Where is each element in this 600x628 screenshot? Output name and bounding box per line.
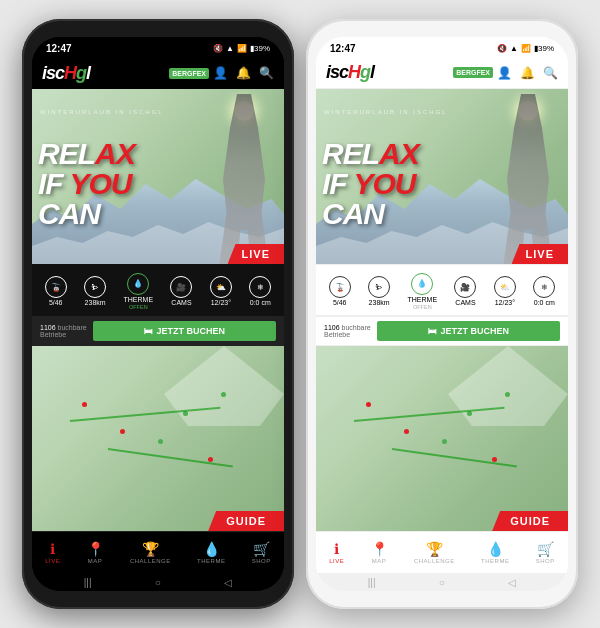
phone-dark: 12:47 🔇 ▲ 📶 ▮39% iscHgl BERGFEX 👤 🔔 🔍 xyxy=(22,19,294,609)
nav-live[interactable]: ℹ LIVE xyxy=(45,541,60,564)
shop-nav-label-2: SHOP xyxy=(536,558,555,564)
ski-icon: ⛷ xyxy=(84,276,106,298)
recents-gesture: ◁ xyxy=(224,577,232,588)
map-marker-2 xyxy=(366,402,371,407)
phone-screen-light: 12:47 🔇 ▲ 📶 ▮39% iscHgl BERGFEX 👤 🔔 🔍 xyxy=(316,37,568,591)
hero-subtitle-2: WINTERURLAUB IN ISCHGL xyxy=(324,109,448,115)
shop-nav-label: SHOP xyxy=(252,558,271,564)
hero-headline: RELAX IF YOU CAN xyxy=(38,139,135,229)
recents-gesture-2: ◁ xyxy=(508,577,516,588)
stat-weather: ⛅ 12/23° xyxy=(210,276,232,306)
lifts-value-2: 5/46 xyxy=(333,299,347,306)
booking-bar: 1106 buchbareBetriebe 🛏 JETZT BUCHEN xyxy=(32,316,284,346)
live-badge-2[interactable]: LIVE xyxy=(512,244,568,264)
snow-value-2: 0:0 cm xyxy=(534,299,555,306)
live-badge[interactable]: LIVE xyxy=(228,244,284,264)
header-icons-2: 👤 🔔 🔍 xyxy=(497,66,558,80)
bergfex-badge-2: BERGFEX xyxy=(453,67,493,78)
notification-icon-2[interactable]: 🔔 xyxy=(520,66,535,80)
battery-icon: ▮39% xyxy=(250,44,270,53)
nav-map-2[interactable]: 📍 MAP xyxy=(371,541,388,564)
hero-headline-2: RELAX IF YOU CAN xyxy=(322,139,419,229)
profile-icon-2[interactable]: 👤 xyxy=(497,66,512,80)
back-gesture-2: ||| xyxy=(368,577,376,588)
nav-challenge-2[interactable]: 🏆 CHALLENGE xyxy=(414,541,455,564)
cams-value: CAMS xyxy=(171,299,191,306)
stats-row: 🚡 5/46 ⛷ 238km 💧 THERME OFFEN 🎥 CAMS ⛅ 1… xyxy=(32,264,284,316)
nav-challenge[interactable]: 🏆 CHALLENGE xyxy=(130,541,171,564)
map-marker-green xyxy=(158,439,163,444)
ski-icon-2: ⛷ xyxy=(368,276,390,298)
gesture-bar: ||| ○ ◁ xyxy=(32,573,284,591)
stat-snow-2: ❄ 0:0 cm xyxy=(533,276,555,306)
nav-shop[interactable]: 🛒 SHOP xyxy=(252,541,271,564)
weather-value-2: 12/23° xyxy=(495,299,515,306)
therme-label-2: OFFEN xyxy=(413,304,432,310)
profile-icon[interactable]: 👤 xyxy=(213,66,228,80)
therme-icon-2: 💧 xyxy=(411,273,433,295)
status-icons: 🔇 ▲ 📶 ▮39% xyxy=(213,44,270,53)
booking-count: 1106 buchbareBetriebe xyxy=(40,324,87,338)
nav-therme-2[interactable]: 💧 THERME xyxy=(481,541,509,564)
nav-map[interactable]: 📍 MAP xyxy=(87,541,104,564)
snow-value: 0:0 cm xyxy=(250,299,271,306)
therme-value: THERME xyxy=(124,296,154,303)
bottom-nav-2: ℹ LIVE 📍 MAP 🏆 CHALLENGE 💧 THERME 🛒 SHOP xyxy=(316,531,568,573)
nav-live-2[interactable]: ℹ LIVE xyxy=(329,541,344,564)
stat-cams-2: 🎥 CAMS xyxy=(454,276,476,306)
map-nav-icon-2: 📍 xyxy=(371,541,388,557)
lifts-value: 5/46 xyxy=(49,299,63,306)
live-nav-label-2: LIVE xyxy=(329,558,344,564)
nav-therme[interactable]: 💧 THERME xyxy=(197,541,225,564)
mute-icon: 🔇 xyxy=(213,44,223,53)
lifts-icon-2: 🚡 xyxy=(329,276,351,298)
search-icon-2[interactable]: 🔍 xyxy=(543,66,558,80)
stat-snow: ❄ 0:0 cm xyxy=(249,276,271,306)
battery-icon-2: ▮39% xyxy=(534,44,554,53)
status-time: 12:47 xyxy=(46,43,72,54)
km-value: 238km xyxy=(85,299,106,306)
booking-count-2: 1106 buchbareBetriebe xyxy=(324,324,371,338)
status-bar-2: 12:47 🔇 ▲ 📶 ▮39% xyxy=(316,37,568,57)
stat-lifts-2: 🚡 5/46 xyxy=(329,276,351,306)
shop-nav-icon: 🛒 xyxy=(253,541,270,557)
stat-therme: 💧 THERME OFFEN xyxy=(124,273,154,310)
home-gesture-2: ○ xyxy=(439,577,445,588)
challenge-nav-label-2: CHALLENGE xyxy=(414,558,455,564)
booking-button-2[interactable]: 🛏 JETZT BUCHEN xyxy=(377,321,560,341)
phone-light: 12:47 🔇 ▲ 📶 ▮39% iscHgl BERGFEX 👤 🔔 🔍 xyxy=(306,19,578,609)
guide-badge[interactable]: GUIDE xyxy=(208,511,284,531)
back-gesture: ||| xyxy=(84,577,92,588)
booking-label: JETZT BUCHEN xyxy=(157,326,226,336)
nav-shop-2[interactable]: 🛒 SHOP xyxy=(536,541,555,564)
booking-bar-2: 1106 buchbareBetriebe 🛏 JETZT BUCHEN xyxy=(316,316,568,346)
wifi-icon: 📶 xyxy=(237,44,247,53)
therme-icon: 💧 xyxy=(127,273,149,295)
km-value-2: 238km xyxy=(369,299,390,306)
challenge-nav-icon-2: 🏆 xyxy=(426,541,443,557)
map-area-2[interactable]: GUIDE xyxy=(316,346,568,531)
snow-icon-2: ❄ xyxy=(533,276,555,298)
notification-icon[interactable]: 🔔 xyxy=(236,66,251,80)
status-icons-2: 🔇 ▲ 📶 ▮39% xyxy=(497,44,554,53)
shop-nav-icon-2: 🛒 xyxy=(537,541,554,557)
live-nav-icon: ℹ xyxy=(50,541,55,557)
search-icon[interactable]: 🔍 xyxy=(259,66,274,80)
therme-value-2: THERME xyxy=(408,296,438,303)
snow-icon: ❄ xyxy=(249,276,271,298)
booking-button[interactable]: 🛏 JETZT BUCHEN xyxy=(93,321,276,341)
camera-icon: 🎥 xyxy=(170,276,192,298)
map-area[interactable]: GUIDE xyxy=(32,346,284,531)
stat-therme-2: 💧 THERME OFFEN xyxy=(408,273,438,310)
challenge-nav-icon: 🏆 xyxy=(142,541,159,557)
cams-value-2: CAMS xyxy=(455,299,475,306)
live-nav-label: LIVE xyxy=(45,558,60,564)
guide-badge-2[interactable]: GUIDE xyxy=(492,511,568,531)
header-right: BERGFEX 👤 🔔 🔍 xyxy=(169,66,274,80)
wifi-icon-2: 📶 xyxy=(521,44,531,53)
gesture-bar-2: ||| ○ ◁ xyxy=(316,573,568,591)
therme-nav-icon-2: 💧 xyxy=(487,541,504,557)
map-nav-label-2: MAP xyxy=(372,558,387,564)
therme-nav-label-2: THERME xyxy=(481,558,509,564)
app-header-2: iscHgl BERGFEX 👤 🔔 🔍 xyxy=(316,57,568,89)
